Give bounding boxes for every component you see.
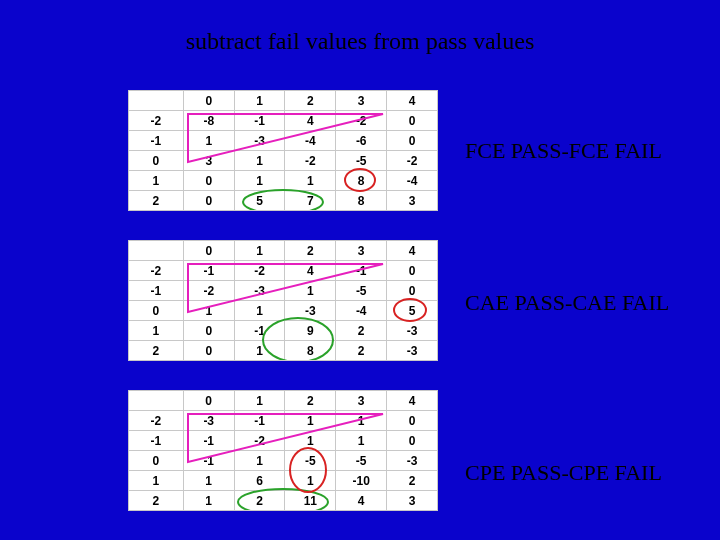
table-row: 10-192-3 xyxy=(129,321,438,341)
cell: 1 xyxy=(234,391,285,411)
data-table: 0 1 2 3 4 -2-3-1110 -1-1-2110 0-11-5-5-3… xyxy=(128,390,438,511)
cell: -2 xyxy=(129,411,184,431)
cell: 3 xyxy=(183,151,234,171)
cell: 0 xyxy=(183,341,234,361)
cell: 0 xyxy=(387,261,438,281)
cell: -1 xyxy=(129,281,184,301)
table-row: -2-1-24-10 xyxy=(129,261,438,281)
table-row: 011-3-45 xyxy=(129,301,438,321)
cell: -2 xyxy=(387,151,438,171)
cell: 2 xyxy=(387,471,438,491)
cell: -3 xyxy=(387,451,438,471)
cell: 2 xyxy=(336,341,387,361)
cell: 1 xyxy=(183,471,234,491)
cell: -5 xyxy=(285,451,336,471)
cell: 2 xyxy=(285,391,336,411)
cell: 6 xyxy=(234,471,285,491)
cell: 3 xyxy=(336,391,387,411)
cell: -2 xyxy=(336,111,387,131)
cell: -4 xyxy=(387,171,438,191)
cell: -2 xyxy=(129,261,184,281)
cell: -3 xyxy=(387,341,438,361)
cell: 0 xyxy=(387,111,438,131)
cell: 1 xyxy=(234,451,285,471)
cell: 4 xyxy=(387,241,438,261)
cell: -1 xyxy=(234,321,285,341)
data-table: 0 1 2 3 4 -2-8-14-20 -11-3-4-60 031-2-5-… xyxy=(128,90,438,211)
cell: 1 xyxy=(183,301,234,321)
cell: -2 xyxy=(129,111,184,131)
cell: 1 xyxy=(234,341,285,361)
cell: 0 xyxy=(183,171,234,191)
cell: -3 xyxy=(234,281,285,301)
table-row: -2-8-14-20 xyxy=(129,111,438,131)
cell: 1 xyxy=(336,431,387,451)
cell: 0 xyxy=(183,321,234,341)
cell: 5 xyxy=(387,301,438,321)
cell: 1 xyxy=(336,411,387,431)
table-header-row: 0 1 2 3 4 xyxy=(129,91,438,111)
table-row: 031-2-5-2 xyxy=(129,151,438,171)
cell: 1 xyxy=(129,171,184,191)
table-row: 2121143 xyxy=(129,491,438,511)
cell: -4 xyxy=(285,131,336,151)
cell: 1 xyxy=(234,241,285,261)
cell: -1 xyxy=(336,261,387,281)
cell: -1 xyxy=(234,111,285,131)
cell: 4 xyxy=(387,391,438,411)
cell: -5 xyxy=(336,151,387,171)
cell: 8 xyxy=(285,341,336,361)
table-row: -1-2-31-50 xyxy=(129,281,438,301)
cell: 1 xyxy=(234,301,285,321)
cell xyxy=(129,91,184,111)
cell: 0 xyxy=(387,131,438,151)
cell: 2 xyxy=(129,191,184,211)
cell: 8 xyxy=(336,191,387,211)
data-table: 0 1 2 3 4 -2-1-24-10 -1-2-31-50 011-3-45… xyxy=(128,240,438,361)
cell: 0 xyxy=(183,191,234,211)
cell: -5 xyxy=(336,451,387,471)
table-label-cae: CAE PASS-CAE FAIL xyxy=(465,290,669,316)
cell: -10 xyxy=(336,471,387,491)
cell: 0 xyxy=(183,241,234,261)
cell: 2 xyxy=(234,491,285,511)
table-cpe: 0 1 2 3 4 -2-3-1110 -1-1-2110 0-11-5-5-3… xyxy=(128,390,438,510)
cell: 3 xyxy=(336,241,387,261)
cell: 1 xyxy=(183,131,234,151)
cell: 1 xyxy=(285,171,336,191)
cell: -1 xyxy=(129,431,184,451)
cell: 0 xyxy=(387,431,438,451)
cell: 4 xyxy=(285,111,336,131)
cell: 4 xyxy=(387,91,438,111)
cell: 1 xyxy=(234,171,285,191)
cell: 1 xyxy=(285,281,336,301)
cell: -8 xyxy=(183,111,234,131)
table-row: -2-3-1110 xyxy=(129,411,438,431)
cell: 2 xyxy=(336,321,387,341)
table-fce: 0 1 2 3 4 -2-8-14-20 -11-3-4-60 031-2-5-… xyxy=(128,90,438,210)
cell: 1 xyxy=(129,471,184,491)
cell: 5 xyxy=(234,191,285,211)
cell: 4 xyxy=(336,491,387,511)
cell: -3 xyxy=(234,131,285,151)
table-row: 0-11-5-5-3 xyxy=(129,451,438,471)
cell xyxy=(129,391,184,411)
page-title: subtract fail values from pass values xyxy=(0,28,720,55)
cell: -5 xyxy=(336,281,387,301)
table-row: 10118-4 xyxy=(129,171,438,191)
table-row: 20182-3 xyxy=(129,341,438,361)
cell: 1 xyxy=(285,471,336,491)
cell: 8 xyxy=(336,171,387,191)
table-header-row: 0 1 2 3 4 xyxy=(129,241,438,261)
cell: 2 xyxy=(285,91,336,111)
cell: 3 xyxy=(336,91,387,111)
cell: -2 xyxy=(234,261,285,281)
cell: -1 xyxy=(183,451,234,471)
cell: -2 xyxy=(234,431,285,451)
cell: 3 xyxy=(387,191,438,211)
cell xyxy=(129,241,184,261)
cell: 0 xyxy=(387,411,438,431)
table-row: -11-3-4-60 xyxy=(129,131,438,151)
table-row: 205783 xyxy=(129,191,438,211)
cell: 1 xyxy=(234,91,285,111)
